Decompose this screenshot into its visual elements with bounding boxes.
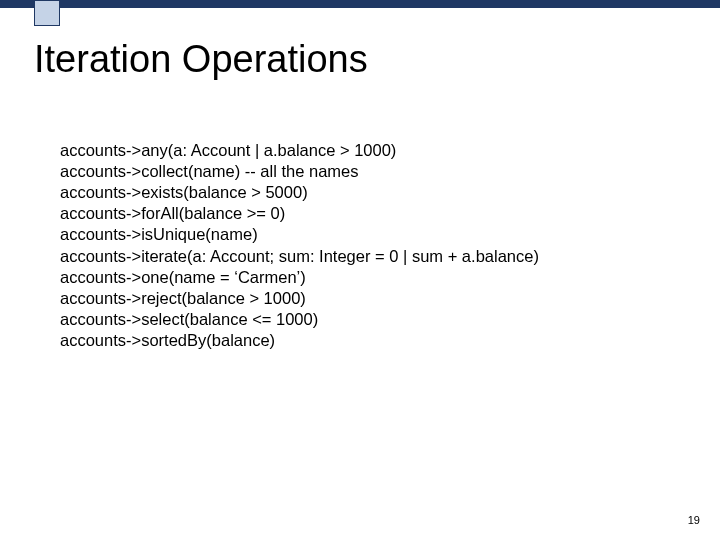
code-line: accounts->select(balance <= 1000)	[60, 309, 670, 330]
code-line: accounts->exists(balance > 5000)	[60, 182, 670, 203]
slide-title: Iteration Operations	[34, 38, 368, 81]
decorative-square	[34, 0, 60, 26]
code-line: accounts->any(a: Account | a.balance > 1…	[60, 140, 670, 161]
slide-top-strip	[0, 0, 720, 8]
code-line: accounts->isUnique(name)	[60, 224, 670, 245]
code-line: accounts->forAll(balance >= 0)	[60, 203, 670, 224]
code-line: accounts->one(name = ‘Carmen’)	[60, 267, 670, 288]
code-line: accounts->sortedBy(balance)	[60, 330, 670, 351]
code-line: accounts->collect(name) -- all the names	[60, 161, 670, 182]
slide-body: accounts->any(a: Account | a.balance > 1…	[60, 140, 670, 351]
page-number: 19	[688, 514, 700, 526]
code-line: accounts->reject(balance > 1000)	[60, 288, 670, 309]
code-line: accounts->iterate(a: Account; sum: Integ…	[60, 246, 670, 267]
